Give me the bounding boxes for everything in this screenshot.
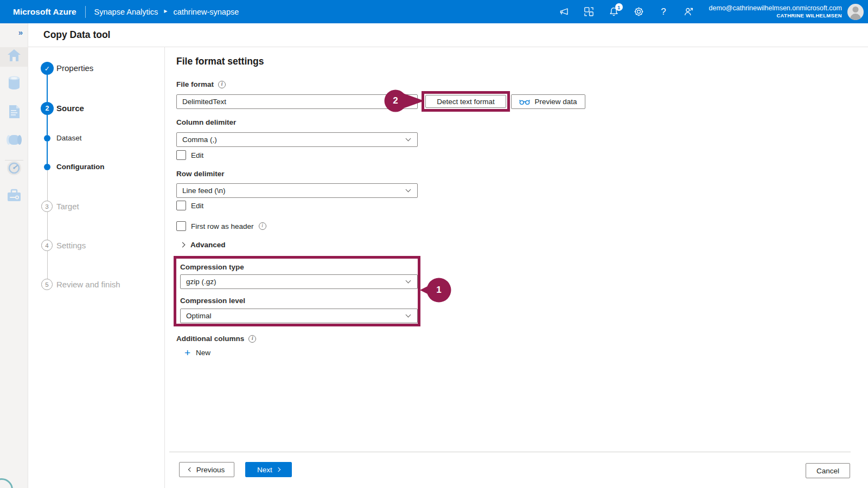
step-target[interactable]: Target <box>56 201 79 212</box>
column-delimiter-label: Column delimiter <box>176 118 236 126</box>
first-row-as-header-checkbox[interactable] <box>176 221 186 231</box>
breadcrumb-arrow-icon: ▶ <box>164 9 167 14</box>
glasses-icon <box>519 98 530 105</box>
next-button[interactable]: Next <box>245 462 292 477</box>
chevron-down-icon <box>406 187 411 192</box>
compression-level-select[interactable]: Optimal <box>180 309 418 323</box>
monitor-gauge-icon[interactable] <box>7 160 22 178</box>
page-title: Copy Data tool <box>43 29 110 41</box>
detect-text-format-button[interactable]: Detect text format <box>425 95 506 108</box>
chevron-right-icon <box>180 242 186 248</box>
preview-data-button[interactable]: Preview data <box>511 94 585 109</box>
info-icon[interactable]: i <box>259 222 266 230</box>
compression-type-select[interactable]: gzip (.gz) <box>180 274 418 289</box>
step-properties-check-icon[interactable]: ✓ <box>41 62 54 75</box>
workspace-sidebar: » <box>0 23 28 488</box>
wizard-step-nav: ✓ Properties 2 Source Dataset Configurat… <box>28 47 165 488</box>
home-icon[interactable] <box>7 48 22 65</box>
add-icon: + <box>184 348 190 358</box>
view-switcher-icon[interactable] <box>584 7 594 17</box>
column-delimiter-edit-row: Edit <box>176 150 203 160</box>
help-icon[interactable]: ? <box>659 7 669 17</box>
cancel-button[interactable]: Cancel <box>806 463 850 478</box>
annotation-callout-1: 1 <box>420 278 451 303</box>
step-review-marker[interactable]: 5 <box>41 279 53 290</box>
edit-checkbox[interactable] <box>176 150 186 160</box>
row-delimiter-label: Row delimiter <box>176 170 225 178</box>
feedback-megaphone-icon[interactable] <box>559 7 569 17</box>
section-heading: File format settings <box>176 56 264 67</box>
step-configuration[interactable]: Configuration <box>56 162 104 172</box>
annotation-box-detect: Detect text format <box>422 91 510 112</box>
topbar-icon-group: 1 ? <box>559 7 694 17</box>
step-connector <box>47 212 48 240</box>
chevron-down-icon <box>406 312 411 318</box>
chevron-down-icon <box>406 278 411 284</box>
additional-columns-label: Additional columns i <box>176 335 256 343</box>
add-new-column-link[interactable]: + New <box>184 348 210 358</box>
previous-button[interactable]: Previous <box>179 462 234 477</box>
step-source-marker[interactable]: 2 <box>41 102 54 115</box>
develop-document-icon[interactable] <box>7 104 21 121</box>
chevron-down-icon <box>406 136 411 142</box>
microsoft-azure-logo[interactable]: Microsoft Azure <box>13 7 76 17</box>
step-settings-marker[interactable]: 4 <box>41 240 53 251</box>
account-name: CATHRINE WILHELMSEN <box>709 12 842 19</box>
breadcrumb-workspace[interactable]: cathrinew-synapse <box>173 8 239 16</box>
step-connector <box>47 170 48 201</box>
avatar[interactable] <box>847 4 864 20</box>
step-configuration-dot[interactable] <box>44 164 50 170</box>
file-format-settings-panel: File format settings File format i Delim… <box>165 47 868 488</box>
manage-toolbox-icon[interactable] <box>7 188 22 204</box>
compression-level-label: Compression level <box>180 297 245 305</box>
data-database-icon[interactable] <box>7 75 21 93</box>
compression-type-label: Compression type <box>180 263 244 271</box>
azure-top-bar: Microsoft Azure Synapse Analytics ▶ cath… <box>0 0 868 23</box>
integrate-pipeline-icon[interactable] <box>6 133 22 149</box>
file-format-label: File format i <box>176 80 226 88</box>
account-email: demo@cathrinewilhelmsen.onmicrosoft.com <box>709 4 842 12</box>
column-delimiter-select[interactable]: Comma (,) <box>176 132 418 147</box>
account-info[interactable]: demo@cathrinewilhelmsen.onmicrosoft.com … <box>709 4 842 20</box>
info-icon[interactable]: i <box>248 335 256 343</box>
breadcrumb-product[interactable]: Synapse Analytics <box>94 8 158 16</box>
first-row-header-row: First row as header i <box>176 221 266 231</box>
step-dataset[interactable]: Dataset <box>56 133 82 144</box>
chevron-left-icon <box>188 467 192 472</box>
step-target-marker[interactable]: 3 <box>41 201 53 212</box>
step-settings[interactable]: Settings <box>56 240 86 251</box>
topbar-right: 1 ? demo@cathrinewilhelms <box>559 4 864 20</box>
notification-badge: 1 <box>615 3 623 11</box>
step-connector <box>47 75 48 102</box>
info-icon[interactable]: i <box>218 81 226 88</box>
expand-sidebar-icon[interactable]: » <box>18 28 23 37</box>
chevron-right-icon <box>276 467 280 472</box>
file-format-input[interactable]: DelimitedText <box>176 94 418 109</box>
advanced-expander[interactable]: Advanced <box>181 241 226 249</box>
topbar-divider <box>85 6 86 18</box>
annotation-callout-2: 2 <box>384 89 425 113</box>
step-connector <box>47 115 48 135</box>
footer-divider <box>169 452 851 452</box>
step-dataset-dot[interactable] <box>44 135 50 142</box>
row-delimiter-edit-row: Edit <box>176 201 203 210</box>
step-connector <box>47 142 48 164</box>
edit-checkbox[interactable] <box>176 201 186 210</box>
row-delimiter-select[interactable]: Line feed (\n) <box>176 183 418 198</box>
step-source[interactable]: Source <box>56 103 84 114</box>
step-connector <box>47 251 48 279</box>
notifications-bell-icon[interactable]: 1 <box>609 7 619 17</box>
step-properties[interactable]: Properties <box>56 63 93 74</box>
settings-gear-icon[interactable] <box>634 7 644 17</box>
avatar-head-icon <box>853 7 859 12</box>
step-review-and-finish[interactable]: Review and finish <box>56 279 120 290</box>
directory-share-icon[interactable] <box>684 7 694 17</box>
avatar-torso-icon <box>850 14 861 20</box>
page-header: Copy Data tool <box>28 23 868 47</box>
